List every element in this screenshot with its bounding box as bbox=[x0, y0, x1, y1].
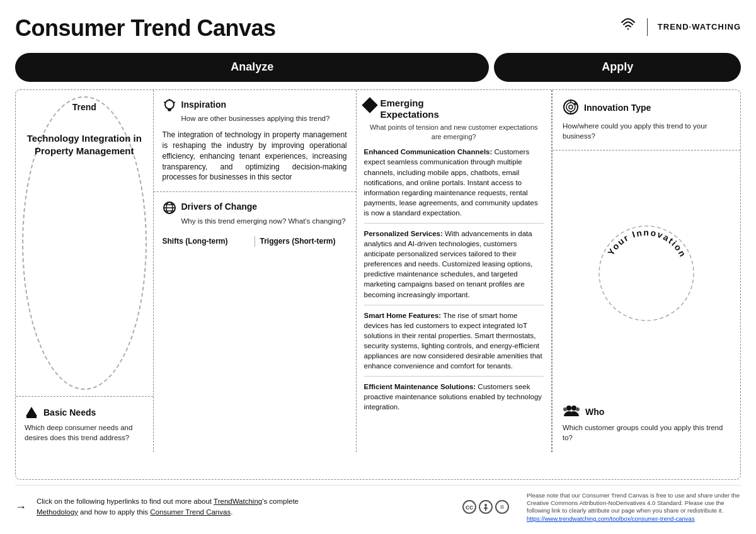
svg-point-21 bbox=[571, 406, 576, 411]
drivers-question: Why is this trend emerging now? What's c… bbox=[181, 216, 346, 226]
drivers-triggers-label: Triggers (Short-term) bbox=[260, 236, 347, 247]
emerging-title: EmergingExpectations bbox=[381, 98, 439, 120]
page-title: Consumer Trend Canvas bbox=[15, 13, 276, 44]
svg-marker-0 bbox=[26, 407, 37, 416]
innovation-type-title: Innovation Type bbox=[584, 102, 651, 115]
basic-needs-desc: Which deep consumer needs and desires do… bbox=[25, 423, 144, 443]
who-header: Who bbox=[563, 404, 730, 420]
svg-text:Your Innovation: Your Innovation bbox=[605, 227, 688, 259]
emerging-heading-2: Smart Home Features: bbox=[364, 312, 442, 319]
inspiration-title-block: Inspiration How are other businesses app… bbox=[181, 99, 330, 124]
emerging-heading-1: Personalized Services: bbox=[364, 230, 443, 237]
drivers-title-block: Drivers of Change Why is this trend emer… bbox=[181, 201, 346, 226]
emerging-cell: EmergingExpectations What points of tens… bbox=[357, 90, 552, 452]
svg-rect-1 bbox=[26, 416, 37, 418]
by-icon bbox=[479, 500, 493, 514]
your-innovation-cell: Your Innovation bbox=[553, 151, 740, 395]
trend-content-wrapper: Trend Technology Integration in Property… bbox=[25, 101, 144, 158]
svg-rect-4 bbox=[168, 110, 171, 111]
footer-link-canvas[interactable]: Consumer Trend Canvas bbox=[150, 508, 231, 516]
your-innovation-wrapper: Your Innovation bbox=[593, 220, 700, 327]
inspiration-header: Inspiration How are other businesses app… bbox=[163, 99, 347, 124]
innovation-type-desc: How/where could you apply this trend to … bbox=[563, 121, 730, 141]
emerging-section-2: Smart Home Features: The rise of smart h… bbox=[364, 305, 544, 372]
footer-text-middle: and how to apply this bbox=[78, 508, 150, 516]
emerging-heading-3: Efficient Maintenance Solutions: bbox=[364, 383, 476, 390]
footer-text-before-link1: Click on the following hyperlinks to fin… bbox=[37, 497, 214, 505]
emerging-heading-0: Enhanced Communication Channels: bbox=[364, 148, 493, 156]
brand-logo: TREND·WATCHING bbox=[619, 18, 741, 37]
col-emerging: EmergingExpectations What points of tens… bbox=[357, 90, 553, 452]
col-inspiration: Inspiration How are other businesses app… bbox=[154, 90, 357, 452]
emerging-section-3: Efficient Maintenance Solutions: Custome… bbox=[364, 376, 544, 412]
svg-line-6 bbox=[174, 102, 175, 103]
emerging-section-1: Personalized Services: With advancements… bbox=[364, 223, 544, 300]
emerging-header: EmergingExpectations bbox=[364, 98, 544, 120]
basic-needs-title: Basic Needs bbox=[43, 407, 96, 419]
svg-point-22 bbox=[576, 407, 580, 411]
globe-icon bbox=[163, 201, 176, 219]
trend-cell: Trend Technology Integration in Property… bbox=[16, 90, 153, 397]
drivers-title: Drivers of Change bbox=[181, 201, 346, 213]
emerging-text-2: The rise of smart home devices has led c… bbox=[364, 312, 542, 370]
inspiration-title: Inspiration bbox=[181, 99, 330, 111]
nd-icon: = bbox=[495, 500, 509, 514]
apply-header: Apply bbox=[494, 53, 741, 81]
footer-text-after-link1: 's complete bbox=[262, 497, 299, 505]
drivers-triggers-col: Triggers (Short-term) bbox=[260, 236, 347, 247]
your-innovation-svg: Your Innovation bbox=[593, 220, 700, 327]
header-row: Consumer Trend Canvas TREND·WATCHING bbox=[15, 13, 741, 44]
bulb-icon bbox=[163, 99, 176, 117]
emerging-body: Enhanced Communication Channels: Custome… bbox=[364, 147, 544, 412]
footer-link-methodology[interactable]: Methodology bbox=[37, 508, 78, 516]
drivers-header: Drivers of Change Why is this trend emer… bbox=[163, 201, 347, 226]
cc-icon: cc bbox=[462, 500, 476, 514]
col-trend: Trend Technology Integration in Property… bbox=[16, 90, 154, 452]
emerging-text-1: With advancements in data analytics and … bbox=[364, 230, 533, 298]
footer-arrow: → bbox=[15, 499, 26, 515]
drivers-shifts-col: Shifts (Long-term) bbox=[163, 236, 249, 247]
basic-needs-header: Basic Needs bbox=[25, 406, 144, 420]
svg-line-7 bbox=[164, 102, 165, 103]
footer-icons: cc = bbox=[462, 500, 509, 514]
wifi-icon bbox=[619, 18, 637, 37]
basic-needs-cell: Basic Needs Which deep consumer needs an… bbox=[16, 397, 153, 452]
inspiration-body: The integration of technology in propert… bbox=[163, 130, 347, 183]
drivers-shifts-label: Shifts (Long-term) bbox=[163, 236, 249, 247]
trend-text: Technology Integration in Property Manag… bbox=[25, 132, 144, 158]
emerging-section-0: Enhanced Communication Channels: Custome… bbox=[364, 147, 544, 218]
section-headers: Analyze Apply bbox=[15, 53, 741, 81]
pyramid-icon bbox=[25, 406, 38, 420]
trend-label: Trend bbox=[25, 101, 144, 114]
people-icon bbox=[563, 404, 580, 420]
footer-legal: Please note that our Consumer Trend Canv… bbox=[527, 492, 741, 523]
who-cell: Who Which customer groups could you appl… bbox=[553, 395, 740, 452]
inspiration-question: How are other businesses applying this t… bbox=[181, 113, 330, 123]
target-icon bbox=[563, 99, 579, 118]
svg-point-2 bbox=[165, 100, 174, 109]
who-desc: Which customer groups could you apply th… bbox=[563, 423, 730, 443]
page-container: Consumer Trend Canvas TREND·WATCHING Ana… bbox=[0, 0, 756, 531]
svg-point-23 bbox=[563, 407, 567, 411]
svg-point-18 bbox=[599, 226, 694, 321]
footer-legal-text: Please note that our Consumer Trend Canv… bbox=[527, 492, 740, 514]
svg-point-15 bbox=[569, 105, 573, 109]
svg-rect-3 bbox=[168, 109, 171, 110]
inspiration-cell: Inspiration How are other businesses app… bbox=[154, 90, 356, 193]
footer-legal-url[interactable]: https://www.trendwatching.com/toolbox/co… bbox=[527, 515, 695, 522]
drivers-divider bbox=[255, 236, 255, 247]
emerging-text-0: Customers expect seamless communication … bbox=[364, 148, 538, 217]
footer: → Click on the following hyperlinks to f… bbox=[15, 485, 741, 525]
emerging-subtitle: What points of tension and new customer … bbox=[364, 123, 544, 142]
brand-name: TREND·WATCHING bbox=[658, 21, 741, 33]
analyze-header: Analyze bbox=[15, 53, 489, 81]
footer-text-end: . bbox=[231, 508, 232, 516]
footer-text: Click on the following hyperlinks to fin… bbox=[37, 496, 445, 518]
drivers-cell: Drivers of Change Why is this trend emer… bbox=[154, 192, 356, 452]
innovation-type-header: Innovation Type bbox=[563, 99, 730, 118]
who-title: Who bbox=[585, 406, 604, 419]
diamond-icon bbox=[362, 97, 377, 113]
innovation-type-cell: Innovation Type How/where could you appl… bbox=[553, 90, 740, 151]
footer-link-trendwatching[interactable]: TrendWatching bbox=[214, 497, 262, 505]
svg-point-24 bbox=[484, 504, 487, 506]
